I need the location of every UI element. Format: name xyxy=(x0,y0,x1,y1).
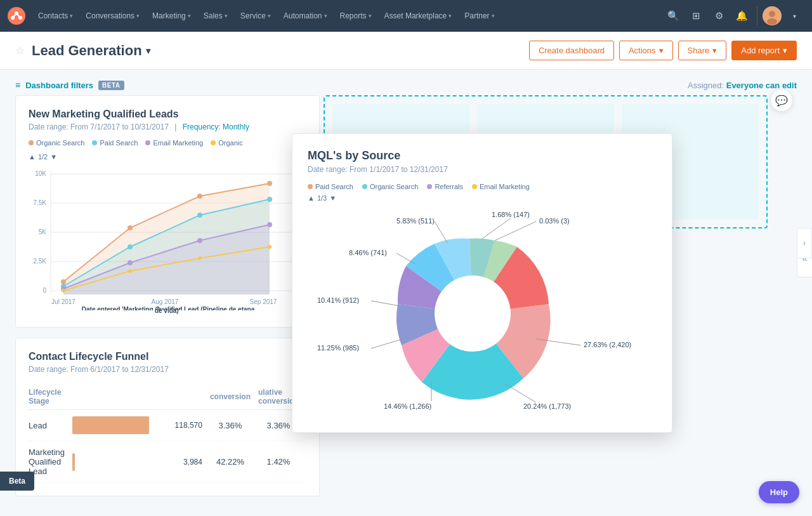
svg-point-25 xyxy=(128,244,133,249)
partner-chevron: ▾ xyxy=(492,13,495,19)
nav-reports[interactable]: Reports ▾ xyxy=(335,8,377,24)
svg-text:1.68% (147): 1.68% (147) xyxy=(492,212,530,218)
page-title[interactable]: Lead Generation ▾ xyxy=(32,43,150,59)
conversations-chevron: ▾ xyxy=(136,13,140,19)
legend-dot-email-marketing xyxy=(145,140,150,145)
title-dropdown-icon: ▾ xyxy=(146,46,150,56)
chat-icon: 💬 xyxy=(775,95,788,107)
nav-contacts[interactable]: Contacts ▾ xyxy=(33,8,78,24)
assigned-link[interactable]: Everyone can edit xyxy=(726,81,797,90)
share-button[interactable]: Share ▾ xyxy=(678,41,727,60)
hubspot-logo[interactable] xyxy=(8,7,25,25)
nav-sales[interactable]: Sales ▾ xyxy=(199,8,233,24)
popup-legend-email: Email Marketing xyxy=(472,183,530,190)
filters-bar: ≡ Dashboard filters BETA Assigned: Every… xyxy=(0,70,812,95)
beta-badge: BETA xyxy=(98,81,124,90)
user-avatar[interactable] xyxy=(763,6,782,25)
popup-legend-referrals: Referrals xyxy=(427,183,463,190)
actions-button[interactable]: Actions ▾ xyxy=(619,41,673,60)
nav-asset-marketplace[interactable]: Asset Marketplace ▾ xyxy=(379,8,457,24)
filter-icon: ≡ xyxy=(15,80,20,90)
bar-cell-mql: 3,984 xyxy=(72,441,210,483)
notifications-icon[interactable]: 🔔 xyxy=(731,6,752,26)
nav-marketing[interactable]: Marketing ▾ xyxy=(147,8,196,24)
account-chevron[interactable]: ▾ xyxy=(784,6,804,26)
asset-marketplace-chevron: ▾ xyxy=(449,13,452,19)
svg-line-51 xyxy=(371,339,403,348)
beta-button[interactable]: Beta xyxy=(0,472,34,491)
svg-text:11.25% (985): 11.25% (985) xyxy=(317,344,359,352)
pct-lead: 3.36% xyxy=(210,410,258,441)
popup-subtitle: Date range: From 1/1/2017 to 12/31/2017 xyxy=(308,165,657,174)
popup-chart-nav: ▲ 1/3 ▼ xyxy=(308,194,657,202)
popup-legend: Paid Search Organic Search Referrals Ema… xyxy=(308,183,657,190)
svg-point-0 xyxy=(8,7,25,25)
actions-chevron-icon: ▾ xyxy=(659,46,664,55)
lifecycle-title: Contact Lifecycle Funnel xyxy=(29,351,306,362)
favorite-star-icon[interactable]: ☆ xyxy=(15,44,24,56)
new-mql-line-chart: 10K 7.5K 5K 2.5K 0 xyxy=(29,164,308,310)
add-report-button[interactable]: Add report ▾ xyxy=(731,41,797,60)
chart-next-icon[interactable]: ▼ xyxy=(50,153,57,161)
main-content: New Marketing Qualified Leads Date range… xyxy=(0,95,812,512)
svg-point-7 xyxy=(769,11,775,17)
next-page-arrow[interactable]: › xyxy=(797,228,812,258)
count-lead: 118,570 xyxy=(167,421,202,430)
svg-text:Aug 2017: Aug 2017 xyxy=(152,298,179,305)
assigned-prefix: Assigned: xyxy=(688,81,724,90)
nav-automation[interactable]: Automation ▾ xyxy=(278,8,332,24)
svg-text:20.24% (1,773): 20.24% (1,773) xyxy=(523,402,571,410)
cum-pct-mql: 1.42% xyxy=(258,441,306,483)
chat-bubble-button[interactable]: 💬 xyxy=(770,89,793,112)
popup-title: MQL's by Source xyxy=(308,149,657,162)
legend-dot-organic-search xyxy=(29,140,34,145)
popup-prev-icon[interactable]: ▲ xyxy=(308,194,315,202)
bar-cell-lead: 118,570 xyxy=(72,410,210,441)
page-header: ☆ Lead Generation ▾ Create dashboard Act… xyxy=(0,32,812,70)
top-navigation: Contacts ▾ Conversations ▾ Marketing ▾ S… xyxy=(0,0,812,32)
dashboard-filters-label[interactable]: Dashboard filters xyxy=(25,81,93,90)
popup-dot-paid-search xyxy=(308,184,313,189)
svg-point-29 xyxy=(128,260,133,265)
svg-text:Sep 2017: Sep 2017 xyxy=(250,298,277,305)
search-icon[interactable]: 🔍 xyxy=(663,6,683,26)
svg-text:2.5K: 2.5K xyxy=(33,258,46,265)
col-conversion-header: conversion xyxy=(210,384,258,410)
sales-chevron: ▾ xyxy=(225,13,228,19)
nav-partner[interactable]: Partner ▾ xyxy=(459,8,499,24)
svg-point-21 xyxy=(128,225,133,230)
svg-line-43 xyxy=(482,218,511,239)
popup-next-icon[interactable]: ▼ xyxy=(329,194,336,202)
svg-line-45 xyxy=(435,222,447,242)
svg-point-32 xyxy=(62,289,65,293)
svg-text:8.46% (741): 8.46% (741) xyxy=(349,249,387,256)
settings-icon[interactable]: ⚙ xyxy=(709,6,729,26)
help-button[interactable]: Help xyxy=(759,481,799,503)
stage-mql: Marketing Qualified Lead xyxy=(29,441,72,483)
grid-icon[interactable]: ⊞ xyxy=(686,6,706,26)
svg-point-8 xyxy=(767,18,777,25)
popup-dot-email xyxy=(472,184,477,189)
chart-prev-icon[interactable]: ▲ xyxy=(29,153,36,161)
svg-point-20 xyxy=(61,279,66,284)
nav-divider xyxy=(757,6,757,25)
popup-dot-organic-search xyxy=(362,184,367,189)
new-mql-title: New Marketing Qualified Leads xyxy=(29,109,306,120)
table-row-mql: Marketing Qualified Lead 3,984 42.22% 1.… xyxy=(29,441,306,483)
svg-point-35 xyxy=(268,245,272,249)
nav-conversations[interactable]: Conversations ▾ xyxy=(81,8,145,24)
stage-lead: Lead xyxy=(29,410,72,441)
svg-text:10K: 10K xyxy=(35,170,46,177)
svg-text:0: 0 xyxy=(43,287,46,294)
lifecycle-funnel-card: Contact Lifecycle Funnel Date range: Fro… xyxy=(15,338,320,496)
svg-point-30 xyxy=(197,238,202,243)
svg-point-40 xyxy=(435,275,511,352)
svg-point-23 xyxy=(267,181,272,186)
legend-paid-search: Paid Search xyxy=(92,139,138,147)
svg-text:Jul 2017: Jul 2017 xyxy=(51,298,75,305)
legend-dot-paid-search xyxy=(92,140,97,145)
svg-point-34 xyxy=(198,256,202,260)
add-report-chevron-icon: ▾ xyxy=(783,46,787,55)
create-dashboard-button[interactable]: Create dashboard xyxy=(529,41,614,60)
nav-service[interactable]: Service ▾ xyxy=(235,8,276,24)
